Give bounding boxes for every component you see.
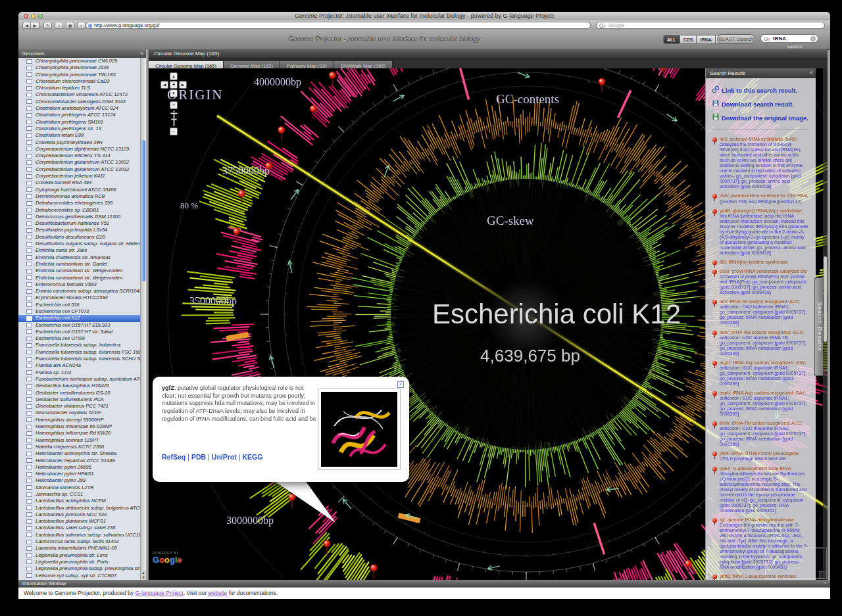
search-result-item[interactable]: ileV: tRNA-Ile codons recognized: AUY; a… <box>712 299 809 325</box>
map-viewport[interactable]: ORIGIN 4000000bp GC-contents 3750000bp 8… <box>149 68 828 580</box>
genome-list-item[interactable]: Ehrlichia ruminantium str. Welgevonden <box>18 275 140 281</box>
genome-list-item[interactable]: Desulfitobacterium hafniense Y51 <box>18 220 140 227</box>
search-action-download[interactable]: Download search result. <box>712 100 809 108</box>
genome-list-item[interactable]: Corynebacterium glutamicum ATCC 13032 <box>18 159 140 166</box>
map-scrollbar[interactable] <box>823 68 828 580</box>
url-field[interactable]: http://www.g-language.org/g3/ <box>86 22 591 29</box>
pan-left-button[interactable]: ◀ <box>161 81 168 89</box>
search-result-item[interactable]: yadB: glutamyl-Q tRNA(Asp) synthetase th… <box>712 208 809 256</box>
google-logo[interactable]: Google <box>153 555 182 565</box>
genome-list-item[interactable]: Chlamydophila pneumoniae CWL029 <box>18 58 140 64</box>
genome-list-item[interactable]: Escherichia coli O157:H7 str. Sakai <box>18 329 140 335</box>
filter-button-cds[interactable]: CDS <box>680 35 697 44</box>
titlebar[interactable]: Genome Projector: zoomable user interfac… <box>18 12 830 21</box>
genome-list-item[interactable]: Escherichia coli K12 <box>18 315 140 321</box>
search-result-item[interactable]: tgt: queuine tRNA-ribosyltransferase Exc… <box>712 517 809 570</box>
search-results-side-tab[interactable]: Search Results <box>814 277 823 376</box>
genome-list-item[interactable]: Geobacter sulfurreducens PCA <box>18 396 140 403</box>
genome-list-item[interactable]: Fusobacterium nucleatum subsp. nucleatum… <box>18 376 140 383</box>
search-result-item[interactable]: ileS: isoleucyl-tRNA synthetase IleRS; c… <box>712 137 809 189</box>
search-result-item[interactable]: queA: S-adenosylmethionine:tRNA ribosylt… <box>712 466 809 513</box>
genome-list-item[interactable]: Legionella pneumophila subsp. pneumophil… <box>18 565 140 572</box>
genome-list-item[interactable]: Erythrobacter litoralis HTCC2594 <box>18 295 140 301</box>
genome-list-item[interactable]: Clostridium perfringens ATCC 13124 <box>18 112 140 118</box>
genome-list-item[interactable]: Chromobacterium violaceum ATCC 12472 <box>18 91 140 98</box>
genome-list-item[interactable]: Leifsonia xyli subsp. xyli str. CTCB07 <box>18 573 140 579</box>
genome-list-item[interactable]: Frankia alni ACN14a <box>18 362 140 369</box>
genome-list-item[interactable]: Desulfovibrio vulgaris subsp. vulgaris s… <box>18 241 140 247</box>
popup-link-pdb[interactable]: PDB <box>191 453 206 461</box>
search-result-item[interactable]: ptwF: tRNA-OTHER thrW pseudogene, CP4-6 … <box>712 451 809 462</box>
search-results-collapse-icon[interactable]: « <box>810 68 813 77</box>
pan-center-button[interactable]: + <box>170 81 178 89</box>
genome-list-item[interactable]: Dehalococcoides ethenogenes 195 <box>18 200 140 206</box>
search-result-item[interactable]: alaV: tRNA-Ala codons recognized: GCD; a… <box>712 330 809 356</box>
genome-list-item[interactable]: Gluconobacter oxydans 621H <box>18 410 140 416</box>
pan-up-button[interactable]: ▲ <box>170 72 178 80</box>
genome-list-item[interactable]: Ehrlichia ruminantium str. Gardel <box>18 261 140 268</box>
pan-down-button[interactable]: ▼ <box>170 89 178 97</box>
search-result-item[interactable]: aspV: tRNA-Asp codons recognized: GAY; a… <box>712 391 809 417</box>
genome-list-item[interactable]: Corynebacterium glutamicum ATCC 13032 <box>18 166 140 173</box>
forward-button[interactable]: ▶ <box>31 22 39 29</box>
genome-list-item[interactable]: Ehrlichia chaffeensis str. Arkansas <box>18 254 140 261</box>
genome-list-item[interactable]: Coxiella burnetii RSA 493 <box>18 179 140 186</box>
genome-list-item[interactable]: Dehalococcoides sp. CBDB1 <box>18 207 140 214</box>
genome-list-item[interactable]: Chlorobium tepidum TLS <box>18 85 140 91</box>
search-result-item[interactable]: aspU: tRNA-Asp codons recognized: GAY; a… <box>712 360 809 387</box>
genome-list-item[interactable]: Lactococcus lactis subsp. lactis Il1403 <box>18 538 140 545</box>
scroll-down-icon[interactable]: ▼ <box>141 575 146 580</box>
genome-list-item[interactable]: Helicobacter hepaticus ATCC 51449 <box>18 458 140 464</box>
genome-list-item[interactable]: Escherichia coli 536 <box>18 302 140 308</box>
genome-list-item[interactable]: Desulfovibrio desulfuricans G20 <box>18 234 140 241</box>
genome-list-item[interactable]: Legionella pneumophila str. Paris <box>18 559 140 565</box>
genome-list-item[interactable]: Lactobacillus plantarum WCFS1 <box>18 518 140 525</box>
app-search-field[interactable]: ▾ tRNA × <box>760 34 818 43</box>
genome-list-item[interactable]: Lactobacillus sakei subsp. sakei 23K <box>18 525 140 531</box>
genome-list-item[interactable]: Lawsonia intracellularis PHE/MN1-00 <box>18 545 140 552</box>
genome-list-item[interactable]: Haemophilus somnus 129PT <box>18 437 140 444</box>
app-search-caret-icon[interactable]: ▾ <box>768 35 770 43</box>
genome-list-item[interactable]: Helicobacter acinonychis str. Sheeba <box>18 450 140 457</box>
filter-button-all[interactable]: ALL <box>663 35 680 44</box>
genome-list-item[interactable]: Chromohalobacter salexigens DSM 3043 <box>18 99 140 105</box>
sidebar-scrollbar-thumb[interactable] <box>141 140 145 281</box>
genome-list-item[interactable]: Lactobacillus delbrueckii subsp. bulgari… <box>18 505 140 511</box>
zoom-out-button[interactable]: − <box>170 128 178 135</box>
pan-right-button[interactable]: ▶ <box>179 81 187 89</box>
search-result-item[interactable]: rluA: pseudouridine synthase for 23S rRN… <box>712 193 809 204</box>
filter-button-trna[interactable]: tRNA <box>697 35 716 44</box>
browser-search-field[interactable]: ▾ Google <box>596 22 825 29</box>
genome-list-item[interactable]: Colwellia psychrerythraea 34H <box>18 139 140 146</box>
genome-list-item[interactable]: Enterococcus faecalis V583 <box>18 281 140 288</box>
genome-list-item[interactable]: Corynebacterium diphtheriae NCTC 13129 <box>18 146 140 153</box>
genome-list-item[interactable]: Lactobacillus salivarius subsp. salivari… <box>18 532 140 538</box>
genome-list-item[interactable]: Escherichia coli UTI89 <box>18 335 140 342</box>
genome-list-item[interactable]: Francisella tularensis subsp. tularensis… <box>18 356 140 362</box>
home-button[interactable]: ⌂ <box>55 22 63 29</box>
search-result-item[interactable]: proS: prolyl-tRNA synthetase catalyzes t… <box>712 269 809 295</box>
search-action-link[interactable]: Link to this search result. <box>712 86 809 94</box>
genome-list-item[interactable]: Deinococcus geothermalis DSM 11300 <box>18 214 140 220</box>
genome-list-item[interactable]: Helicobacter pylori 26695 <box>18 464 140 471</box>
genome-list-item[interactable]: Haemophilus influenzae 86-028NP <box>18 423 140 430</box>
genome-list-item[interactable]: Francisella tularensis subsp. tularensis… <box>18 349 140 356</box>
genome-list-item[interactable]: Chlorobium chlorochromatii CaD3 <box>18 78 140 85</box>
genome-list-item[interactable]: Idiomarina loihiensis L2TR <box>18 485 140 491</box>
genome-list-item[interactable]: Geobacillus kaustophilus HTA426 <box>18 383 140 389</box>
genome-list-item[interactable]: Geobacter metallireducens GS-15 <box>18 390 140 396</box>
map-scrollbar-thumb[interactable] <box>824 256 827 342</box>
genome-list-item[interactable]: Dechloromonas aromatica RCB <box>18 193 140 200</box>
genome-list-item[interactable]: Chlamydophila pneumoniae J138 <box>18 64 140 71</box>
genome-list-item[interactable]: Haemophilus influenzae Rd KW20 <box>18 430 140 437</box>
genome-list-item[interactable]: Lactobacillus johnsonii NCC 533 <box>18 511 140 518</box>
genome-list-item[interactable]: Escherichia coli CFT073 <box>18 308 140 315</box>
genome-list-item[interactable]: Corynebacterium jeikeium K411 <box>18 173 140 179</box>
popup-link-uniprot[interactable]: UniProt <box>212 453 237 461</box>
genome-list-item[interactable]: Legionella pneumophila str. Lens <box>18 552 140 559</box>
genome-list-item[interactable]: Gloeobacter violaceus PCC 7421 <box>18 403 140 410</box>
website-link[interactable]: website <box>208 590 227 596</box>
genome-list-item[interactable]: Clostridium perfringens str. 13 <box>18 126 140 132</box>
sidebar-collapse-icon[interactable]: « <box>140 49 143 58</box>
widgets-button[interactable]: ▦ <box>66 22 74 29</box>
